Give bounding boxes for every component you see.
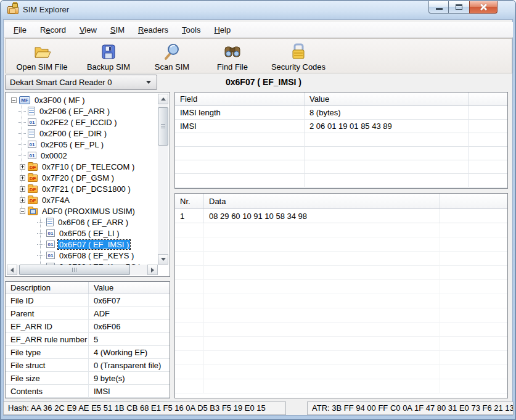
table-row[interactable]: ParentADF — [6, 307, 170, 320]
df-folder-icon: DF — [28, 186, 38, 193]
tree-connector-slot — [17, 133, 27, 134]
tree-item-0x6f06[interactable]: 0x6F06 ( EF_ARR ) — [6, 216, 158, 228]
menu-tools[interactable]: Tools — [175, 22, 207, 37]
reader-select[interactable]: Dekart Smart Card Reader 0 — [5, 75, 157, 90]
tree-connector-slot — [36, 222, 46, 223]
title-bar[interactable]: SIM Explorer — [1, 1, 515, 19]
table-cell: IMSI length — [175, 106, 305, 120]
tree-item-0x0002[interactable]: 010x0002 — [6, 150, 158, 161]
empty-row — [175, 252, 507, 266]
table-cell: 2 06 01 19 01 85 43 89 — [305, 120, 469, 133]
tree-item-0x2f00[interactable]: 0x2F00 ( EF_DIR ) — [6, 128, 158, 139]
tree-connector — [37, 222, 44, 223]
table-row[interactable]: File struct0 (Transparent file) — [6, 359, 170, 372]
menu-record[interactable]: Record — [33, 22, 73, 37]
mf-folder-icon: MF — [19, 96, 30, 104]
toolbar-backup-sim[interactable]: Backup SIM — [76, 42, 141, 72]
expand-icon[interactable] — [20, 164, 25, 170]
tree-connector — [18, 111, 26, 112]
tree-item-0x6f05[interactable]: 010x6F05 ( EF_LI ) — [6, 228, 158, 239]
maximize-icon — [456, 4, 462, 10]
table-cell: IMSI — [175, 120, 305, 133]
table-cell: 0x6F06 — [89, 320, 170, 333]
maximize-button[interactable] — [449, 1, 469, 14]
empty-row — [175, 237, 507, 252]
toolbar-find-file[interactable]: Find File — [203, 42, 262, 72]
df-folder-icon: DF — [28, 175, 38, 182]
expander-slot — [17, 208, 27, 214]
tree-connector-slot — [36, 255, 46, 256]
table-cell: 0x6F07 — [89, 294, 170, 307]
tree-item-label: 0x7F10 ( DF_TELECOM ) — [41, 162, 136, 171]
horizontal-scroll-thumb[interactable] — [19, 265, 130, 275]
tree-item-0x7f21[interactable]: DF0x7F21 ( DF_DCS1800 ) — [6, 183, 158, 194]
tree-item-0x6f08[interactable]: 010x6F08 ( EF_KEYS ) — [6, 250, 158, 261]
tree-rows: MF0x3F00 ( MF )0x2F06 ( EF_ARR )010x2FE2… — [6, 94, 158, 265]
table-row[interactable]: IMSI2 06 01 19 01 85 43 89 — [175, 120, 507, 133]
table-row[interactable]: IMSI length8 (bytes) — [175, 106, 507, 120]
empty-row — [175, 337, 507, 351]
collapse-icon[interactable] — [11, 97, 17, 103]
tree-item-0x3f00[interactable]: MF0x3F00 ( MF ) — [6, 94, 158, 105]
menu-file[interactable]: File — [7, 22, 33, 37]
arrow-left-icon — [10, 268, 14, 273]
table-cell: ADF — [89, 307, 170, 320]
menu-view[interactable]: View — [73, 22, 104, 37]
tree-connector — [18, 144, 26, 145]
adf-folder-icon — [28, 208, 38, 215]
minimize-icon — [436, 8, 443, 10]
binoculars-icon — [222, 42, 243, 62]
table-cell: EF_ARR rule number — [6, 333, 89, 346]
scroll-left-button[interactable] — [7, 265, 17, 275]
menu-readers[interactable]: Readers — [131, 22, 175, 37]
table-row[interactable]: File size9 byte(s) — [6, 372, 170, 385]
table-row[interactable]: File ID0x6F07 — [6, 294, 170, 307]
close-button[interactable] — [469, 1, 498, 14]
menu-help[interactable]: Help — [207, 22, 237, 37]
scroll-up-button[interactable] — [158, 94, 168, 104]
scroll-down-button[interactable] — [158, 254, 168, 265]
table-row[interactable]: File type4 (Working EF) — [6, 346, 170, 359]
toolbar-label: Find File — [217, 62, 248, 72]
scroll-right-button[interactable] — [147, 265, 158, 275]
toolbar-security-codes[interactable]: Security Codes — [262, 42, 335, 72]
toolbar-scan-sim[interactable]: Scan SIM — [141, 42, 203, 72]
tree-item-0x7f20[interactable]: DF0x7F20 ( DF_GSM ) — [6, 172, 158, 183]
tree-item-0x2f05[interactable]: 010x2F05 ( EF_PL ) — [6, 139, 158, 150]
table-cell: File ID — [6, 294, 89, 307]
tree-item-adf0[interactable]: ADF0 (PROXIMUS USIM) — [6, 205, 158, 216]
table-cell: Contents — [6, 385, 89, 398]
expand-icon[interactable] — [20, 197, 25, 203]
tree-item-0x2fe2[interactable]: 010x2FE2 ( EF_ICCID ) — [6, 117, 158, 128]
empty-row — [175, 351, 507, 365]
empty-row — [175, 133, 507, 147]
tree-vertical-scrollbar[interactable] — [158, 94, 168, 265]
table-row[interactable]: EF_ARR rule number5 — [6, 333, 170, 346]
vertical-scroll-thumb[interactable] — [158, 107, 168, 146]
minimize-button[interactable] — [428, 1, 449, 14]
tree-item-0x7f10[interactable]: DF0x7F10 ( DF_TELECOM ) — [6, 161, 158, 172]
tree-item-label: 0x2F06 ( EF_ARR ) — [38, 107, 111, 116]
menu-sim[interactable]: SIM — [104, 22, 131, 37]
file-properties-table: DescriptionValueFile ID0x6F07ParentADFEF… — [5, 281, 170, 398]
toolbar-open-sim-file[interactable]: Open SIM File — [8, 42, 76, 72]
tree-item-0x6f07[interactable]: 010x6F07 ( EF_IMSI ) — [6, 239, 158, 250]
collapse-icon[interactable] — [20, 208, 25, 214]
expand-icon[interactable] — [20, 175, 25, 181]
table-row[interactable]: EF_ARR ID0x6F06 — [6, 320, 170, 333]
menu-bar: FileRecordViewSIMReadersToolsHelp — [4, 22, 513, 38]
tree-horizontal-scrollbar[interactable] — [7, 265, 158, 275]
table-row[interactable]: ContentsIMSI — [6, 385, 170, 398]
file-tree: MF0x3F00 ( MF )0x2F06 ( EF_ARR )010x2FE2… — [6, 93, 169, 276]
ef-binary-icon: 01 — [46, 241, 55, 248]
toolbar-label: Open SIM File — [16, 62, 67, 72]
expand-icon[interactable] — [20, 186, 25, 192]
tree-item-0x2f06[interactable]: 0x2F06 ( EF_ARR ) — [6, 105, 158, 117]
toolbar: Open SIM FileBackup SIMScan SIMFind File… — [5, 38, 512, 73]
tree-connector — [18, 155, 26, 156]
ef-binary-icon: 01 — [28, 141, 36, 148]
table-row[interactable]: 108 29 60 10 91 10 58 34 98 — [175, 209, 507, 223]
df-folder-icon: DF — [28, 163, 38, 171]
tree-item-label: 0x2FE2 ( EF_ICCID ) — [39, 118, 118, 127]
tree-item-0x7f4a[interactable]: DF0x7F4A — [6, 194, 158, 205]
